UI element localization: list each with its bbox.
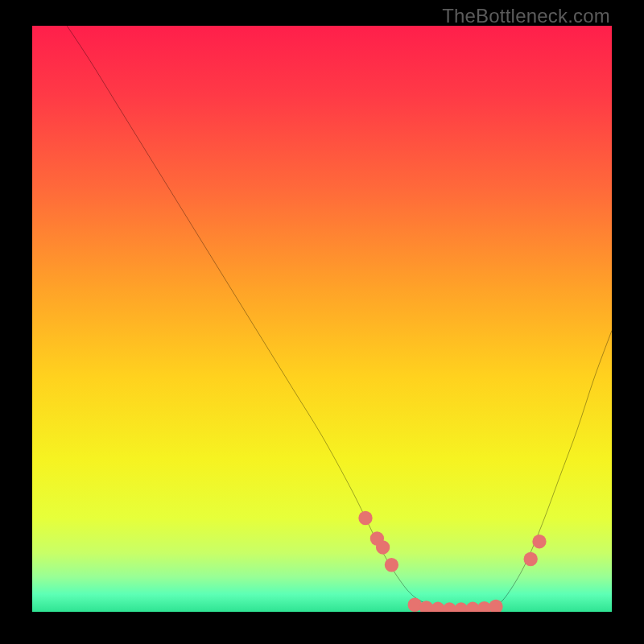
highlight-dot (358, 511, 372, 525)
highlight-dot (385, 558, 398, 572)
highlight-dot (524, 552, 538, 566)
bottleneck-curve (67, 26, 612, 610)
highlight-dot (489, 600, 502, 612)
highlight-dot (532, 535, 546, 548)
highlight-dot (376, 540, 390, 554)
watermark-text: TheBottleneck.com (442, 5, 610, 27)
chart-svg (32, 26, 612, 612)
highlight-dot (408, 598, 422, 612)
chart-frame: TheBottleneck.com (0, 0, 644, 644)
highlight-dots (358, 511, 546, 612)
plot-area (32, 26, 612, 612)
